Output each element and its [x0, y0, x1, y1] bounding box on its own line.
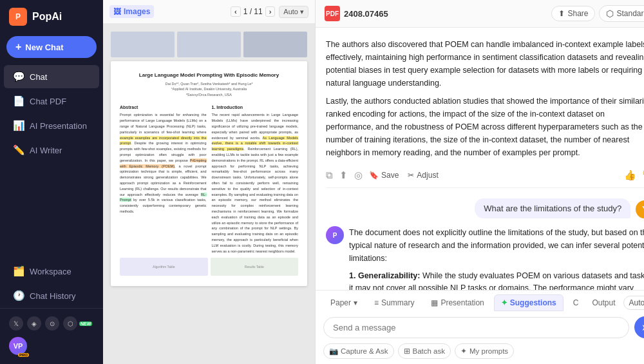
pdf-prev-button[interactable]: ‹	[231, 6, 241, 17]
sidebar-item-workspace[interactable]: 🗂️ Workspace	[4, 260, 99, 283]
list-item-1-num: 1.	[349, 271, 358, 280]
sidebar-item-chat-history[interactable]: 🕐 Chat History	[4, 284, 99, 307]
copy-icon[interactable]: ⧉	[326, 169, 333, 181]
pdf-toolbar: 🖼 Images ‹ 1 / 11 › Auto ▾	[103, 0, 315, 24]
sidebar-item-ai-writer[interactable]: ✏️ AI Writer	[4, 139, 99, 162]
sidebar-item-label: Chat	[30, 72, 47, 82]
pdf-charts: Algorithm Table Results Table	[120, 258, 298, 276]
pdf-auto-badge[interactable]: Auto ▾	[279, 6, 308, 18]
list-item-1: 1. Generalizability: While the study eva…	[349, 270, 644, 290]
header-actions: ⬆ Share ⬡ Standard	[551, 5, 644, 22]
writer-icon: ✏️	[13, 144, 24, 156]
input-actions: 📷 Capture & Ask ⊞ Batch ask ✦ My prompts	[316, 343, 644, 364]
user-avatar: Y	[636, 200, 644, 218]
adjust-button[interactable]: ✂ Adjust	[408, 171, 438, 180]
save-icon: 🔖	[369, 171, 379, 180]
presentation-icon: 📊	[13, 120, 24, 131]
audio-icon[interactable]: ◎	[354, 169, 363, 181]
doc-pdf-icon: PDF	[325, 6, 340, 21]
social-icon-x[interactable]: 𝕏	[9, 316, 23, 330]
ai-avatar: P	[326, 226, 344, 244]
bottom-tabs: Paper ▾ ≡ Summary ▦ Presentation ✦ Sugge…	[316, 291, 644, 311]
share-button[interactable]: ⬆ Share	[551, 6, 595, 21]
thumbs-up-icon[interactable]: 👍	[624, 169, 636, 181]
sidebar-item-chat[interactable]: 💬 Chat	[4, 65, 99, 88]
list-item-1-label: Generalizability:	[358, 271, 422, 280]
pdf-page: Large Language Model Prompting With Epis…	[111, 61, 307, 286]
sidebar-item-label: Workspace	[30, 267, 71, 276]
pdf-section1-title: 1. Introduction	[212, 104, 299, 111]
camera-icon: 📷	[329, 347, 338, 356]
thumbs-area: 👍 👎	[624, 169, 644, 181]
batch-ask-button[interactable]: ⊞ Batch ask	[398, 343, 451, 359]
chat-action-bar: ⧉ ⬆ ◎ 🔖 Save ✂ Adjust 👍 👎	[326, 167, 644, 188]
pdf-title: Large Language Model Prompting With Epis…	[120, 72, 298, 79]
chat-pane: PDF 2408.07465 ⬆ Share ⬡ Standard The au…	[316, 0, 644, 364]
chart-placeholder-2: Results Table	[211, 258, 299, 276]
standard-button[interactable]: ⬡ Standard	[599, 5, 644, 22]
pdf-thumbnails	[111, 32, 307, 57]
social-icon-extra[interactable]: ⬡	[63, 316, 77, 330]
pdf-thumbnail-1	[111, 32, 175, 57]
pdf-authors: Dai Do¹², Quan Tran², Svetha Venkatesh² …	[120, 81, 298, 97]
new-badge: NEW	[79, 321, 92, 326]
summary-tab-icon: ≡	[374, 298, 379, 307]
chart-placeholder-1: Algorithm Table	[120, 258, 208, 276]
document-id: PDF 2408.07465	[325, 6, 388, 21]
sidebar: P PopAi + New Chat 💬 Chat 📄 Chat PDF 📊 A…	[0, 0, 103, 364]
summary-para-2: Lastly, the authors conducted ablation s…	[326, 95, 644, 159]
pdf-tab-label: Images	[124, 7, 150, 16]
tab-paper-label: Paper	[330, 298, 351, 307]
pdf-icon: 📄	[13, 95, 24, 107]
sidebar-item-ai-presentation[interactable]: 📊 AI Presentation	[4, 114, 99, 137]
tab-suggestions[interactable]: ✦ Suggestions	[494, 294, 564, 311]
workspace-icon: 🗂️	[13, 265, 24, 277]
pdf-tab-images[interactable]: 🖼 Images	[109, 5, 154, 18]
chat-header: PDF 2408.07465 ⬆ Share ⬡ Standard	[316, 0, 644, 28]
sidebar-item-chat-pdf[interactable]: 📄 Chat PDF	[4, 90, 99, 113]
social-icon-chrome[interactable]: ⊙	[45, 316, 59, 330]
tab-presentation[interactable]: ▦ Presentation	[424, 294, 491, 311]
tab-presentation-label: Presentation	[440, 298, 484, 307]
new-chat-button[interactable]: + New Chat	[6, 36, 97, 58]
share-icon: ⬆	[558, 9, 565, 18]
standard-icon: ⬡	[606, 8, 614, 19]
pdf-next-button[interactable]: ›	[265, 6, 276, 17]
share-icon[interactable]: ⬆	[339, 169, 348, 181]
social-icon-discord[interactable]: ◈	[27, 316, 41, 330]
tab-suggestions-label: Suggestions	[510, 298, 556, 307]
prompts-icon: ✦	[460, 347, 467, 356]
summary-para-1: The authors also discovered that POEM ca…	[326, 38, 644, 90]
output-button[interactable]: Output	[588, 296, 619, 310]
my-prompts-button[interactable]: ✦ My prompts	[455, 343, 514, 359]
batch-icon: ⊞	[404, 347, 410, 356]
pdf-col-right: 1. Introduction The recent rapid advance…	[212, 101, 299, 254]
send-button[interactable]: ➤	[634, 316, 644, 338]
pdf-content: Large Language Model Prompting With Epis…	[103, 24, 315, 364]
tab-right-actions: Output Auto ▾	[588, 296, 644, 310]
thumbs-down-icon[interactable]: 👎	[641, 169, 644, 181]
chat-bottom: Paper ▾ ≡ Summary ▦ Presentation ✦ Sugge…	[316, 290, 644, 364]
logo-icon: P	[9, 8, 27, 26]
tab-paper[interactable]: Paper ▾	[323, 294, 365, 311]
user-bubble: What are the limitations of the study?	[475, 198, 630, 218]
suggestions-tab-icon: ✦	[501, 298, 507, 307]
chat-icon: 💬	[13, 71, 24, 82]
tab-summary[interactable]: ≡ Summary	[367, 294, 421, 311]
chat-input[interactable]	[323, 317, 629, 338]
save-button[interactable]: 🔖 Save	[369, 171, 399, 180]
pdf-section1-text: The recent rapid advancements in Large L…	[212, 112, 299, 254]
pdf-page-info: 1 / 11	[243, 7, 263, 16]
pdf-abstract-text: Prompt optimization is essential for enh…	[120, 112, 207, 214]
chat-input-row: ➤	[316, 311, 644, 343]
main-content: 🖼 Images ‹ 1 / 11 › Auto ▾	[103, 0, 644, 364]
tab-c[interactable]: C	[566, 294, 586, 311]
plus-icon: +	[15, 41, 21, 53]
tab-paper-arrow: ▾	[354, 298, 357, 307]
pdf-thumbnail-2	[177, 32, 241, 57]
pro-badge: PRO	[18, 353, 29, 357]
user-avatar-area[interactable]: VP PRO	[4, 333, 99, 359]
auto-select[interactable]: Auto ▾	[623, 296, 645, 310]
new-chat-label: New Chat	[25, 43, 63, 52]
capture-ask-button[interactable]: 📷 Capture & Ask	[323, 343, 394, 359]
